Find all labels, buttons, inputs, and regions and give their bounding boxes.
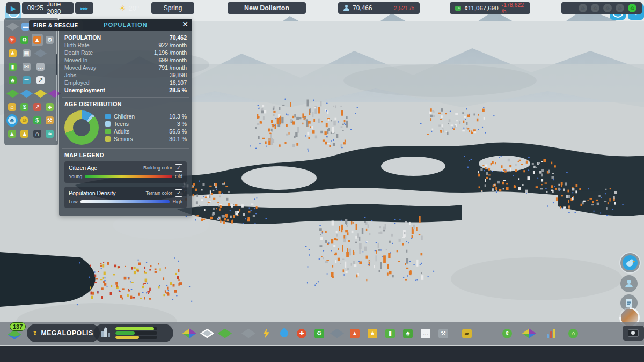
- home-infoview-icon[interactable]: ⌂: [6, 101, 18, 113]
- map-legend-title: MAP LEGEND: [64, 152, 187, 158]
- money-display[interactable]: ¢11,067,690 -178,622 /h: [450, 2, 530, 14]
- happiness-display[interactable]: ☺☺☺☺☺: [561, 2, 642, 14]
- workers-infoview-icon[interactable]: ⚒: [45, 114, 56, 127]
- police-infoview-icon[interactable]: ★: [6, 47, 19, 60]
- city-progress-pill[interactable]: [94, 324, 173, 342]
- population-panel: POPULATION ✕ POPULATION70,462Birth Rate9…: [59, 19, 192, 216]
- electricity-tool-icon: [261, 329, 271, 338]
- money-infoview-icon[interactable]: $: [32, 114, 43, 127]
- parks-infoview-icon[interactable]: ♣: [6, 74, 19, 86]
- fire-rescue-tool[interactable]: ▲: [348, 327, 362, 341]
- communications-infoview-icon-glyph: …: [36, 63, 45, 71]
- water-sewage-tool[interactable]: [277, 327, 291, 341]
- stat-row: Moved Away791 /month: [64, 64, 187, 71]
- garbage-can-infoview-icon-glyph: ☰: [23, 76, 31, 84]
- population-icon: [343, 5, 349, 11]
- city-name-display[interactable]: New Dollarton: [228, 2, 306, 14]
- education-infoview-icon[interactable]: [34, 47, 47, 60]
- happiness-face-icon: ☺: [603, 4, 612, 12]
- legend-checkbox[interactable]: ✓: [175, 189, 182, 197]
- person-icon: [624, 279, 634, 289]
- statistics-infoview-icon[interactable]: ↗: [32, 101, 43, 113]
- garbage-tool[interactable]: ♻: [312, 327, 326, 341]
- land-value-infoview-icon-glyph: [34, 90, 47, 98]
- land-value-infoview-icon[interactable]: [34, 87, 47, 100]
- garbage-infoview-icon[interactable]: ♻: [19, 34, 31, 46]
- water-resources-infoview-icon[interactable]: [20, 87, 33, 100]
- zoning-infoview-icon[interactable]: [6, 87, 19, 100]
- education-infoview-icon-glyph: [34, 49, 47, 57]
- roads-infoview-icon[interactable]: [6, 20, 19, 33]
- roads-tool[interactable]: [241, 327, 255, 341]
- parks-recreation-tool-icon: ♣: [403, 329, 413, 338]
- statistics-button[interactable]: [544, 327, 558, 341]
- map-legend-card: Population DensityTerrain color✓LowHigh: [64, 187, 187, 208]
- resources-infoview-icon[interactable]: ▲: [19, 128, 31, 140]
- districts-tool[interactable]: [200, 327, 214, 341]
- xp-value: 137: [10, 322, 26, 331]
- bulldozer-tool[interactable]: ▰: [460, 327, 474, 341]
- terrain-infoview-icon[interactable]: ▲: [6, 128, 18, 140]
- age-distribution-legend: Children10.3 %Teens3 %Adults56.6 %Senior…: [105, 113, 187, 143]
- stat-row: POPULATION70,462: [64, 34, 187, 41]
- transportation-infoview-icon[interactable]: ▮: [6, 61, 19, 73]
- citizen-button[interactable]: [620, 275, 638, 292]
- population-display[interactable]: 70,466 -2,521 /h: [338, 2, 420, 14]
- progress-bar: [115, 336, 157, 339]
- chirper-bird-icon: [623, 255, 638, 270]
- administration-infoview-icon[interactable]: ▦: [20, 47, 33, 60]
- landscaping-tool-icon: ⚒: [438, 329, 448, 338]
- garbage-infoview-icon-glyph: ♻: [20, 36, 28, 44]
- fire-hazard-infoview-icon[interactable]: ☀: [6, 34, 18, 46]
- zones-tool[interactable]: [182, 327, 196, 341]
- education-tool[interactable]: [330, 327, 344, 341]
- legend-color-chip: [105, 129, 111, 134]
- economy-button[interactable]: ¢: [500, 327, 514, 341]
- xp-badge[interactable]: 137: [6, 324, 25, 343]
- terrain-tool[interactable]: [218, 327, 232, 341]
- population-infoview-icon[interactable]: ☻: [6, 114, 18, 127]
- growth-arrow-infoview-icon[interactable]: ↗: [34, 74, 47, 86]
- land-price-infoview-icon[interactable]: $: [19, 101, 31, 113]
- close-icon[interactable]: ✕: [180, 19, 190, 29]
- infoview-scrollbar[interactable]: [56, 22, 57, 141]
- home-infoview-icon-glyph: ⌂: [8, 103, 16, 111]
- milestone-name-pill[interactable]: MEGALOPOLIS: [27, 324, 100, 342]
- communications-infoview-icon[interactable]: …: [34, 61, 47, 73]
- noise-infoview-icon[interactable]: ∩: [32, 128, 43, 140]
- info-views-button[interactable]: [522, 327, 536, 341]
- date-value: June 2030: [47, 1, 68, 16]
- shoreline-infoview-icon[interactable]: ≈: [45, 128, 56, 140]
- population-infoview-icon-glyph: ☻: [8, 116, 16, 124]
- garbage-tool-icon: ♻: [314, 329, 324, 338]
- zones-tool-icon: [182, 329, 196, 338]
- transportation-tool[interactable]: ▮: [383, 327, 397, 341]
- simulation-speed-button[interactable]: ▸▸▸: [75, 2, 93, 14]
- stat-row: Moved In699 /month: [64, 56, 187, 64]
- fire-rescue-infoview-icon[interactable]: ▲: [32, 34, 43, 46]
- photo-mode-button[interactable]: [623, 326, 644, 341]
- agriculture-infoview-icon[interactable]: ♣: [45, 101, 56, 113]
- camera-icon: [628, 329, 639, 337]
- healthcare-tool[interactable]: ✚: [295, 327, 309, 341]
- electricity-tool[interactable]: [259, 327, 273, 341]
- post-infoview-icon[interactable]: ✉: [20, 61, 33, 73]
- stat-row: Employed16,107: [64, 79, 187, 86]
- parks-recreation-tool[interactable]: ♣: [401, 327, 415, 341]
- map-legend-card: Citizen AgeBuilding color✓YoungOld: [64, 161, 187, 183]
- maintenance-infoview-icon[interactable]: ⚙: [45, 34, 56, 46]
- age-legend-row: Teens3 %: [105, 120, 187, 128]
- police-infoview-icon-glyph: ★: [9, 49, 17, 57]
- landscaping-tool[interactable]: ⚒: [436, 327, 450, 341]
- happiness-infoview-icon[interactable]: ☺: [19, 114, 31, 127]
- progression-button-icon: ⌂: [568, 329, 578, 338]
- communications-tool[interactable]: …: [419, 327, 433, 341]
- legend-checkbox[interactable]: ✓: [175, 164, 182, 172]
- play-button[interactable]: ▶: [6, 2, 20, 14]
- progression-button[interactable]: ⌂: [566, 327, 580, 341]
- police-tool[interactable]: ★: [365, 327, 379, 341]
- garbage-can-infoview-icon[interactable]: ☰: [20, 74, 33, 86]
- age-gradient-bar: [85, 175, 172, 178]
- time-value: 09:25: [27, 4, 43, 12]
- chirper-button[interactable]: [619, 252, 641, 274]
